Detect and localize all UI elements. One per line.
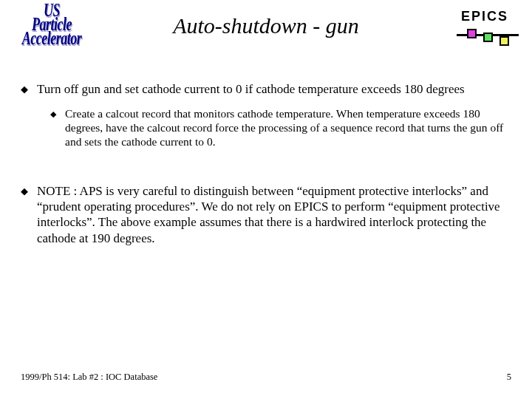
epics-label: EPICS bbox=[461, 9, 517, 24]
slide-footer: 1999/Ph 514: Lab #2 : IOC Database 5 bbox=[21, 372, 511, 383]
bullet-text: NOTE : APS is very careful to distinguis… bbox=[37, 183, 511, 246]
list-item: ◆ Turn off gun and set cathode current t… bbox=[21, 81, 511, 97]
epics-logo: EPICS bbox=[461, 9, 517, 48]
bullet-icon: ◆ bbox=[21, 81, 37, 97]
list-item: ◆ Create a calcout record that monitors … bbox=[50, 107, 511, 149]
footer-left: 1999/Ph 514: Lab #2 : IOC Database bbox=[21, 372, 157, 383]
epics-squares-icon bbox=[461, 27, 517, 48]
bullet-text: Turn off gun and set cathode current to … bbox=[37, 81, 511, 97]
bullet-icon: ◆ bbox=[21, 183, 37, 246]
page-number: 5 bbox=[507, 372, 511, 383]
slide-body: ◆ Turn off gun and set cathode current t… bbox=[21, 81, 511, 256]
bullet-icon: ◆ bbox=[50, 107, 65, 149]
sub-list: ◆ Create a calcout record that monitors … bbox=[50, 107, 511, 149]
bullet-text: Create a calcout record that monitors ca… bbox=[65, 107, 511, 149]
slide-header: US Particle Accelerator Auto-shutdown - … bbox=[0, 0, 532, 66]
slide-title: Auto-shutdown - gun bbox=[0, 13, 532, 38]
list-item: ◆ NOTE : APS is very careful to distingu… bbox=[21, 183, 511, 246]
